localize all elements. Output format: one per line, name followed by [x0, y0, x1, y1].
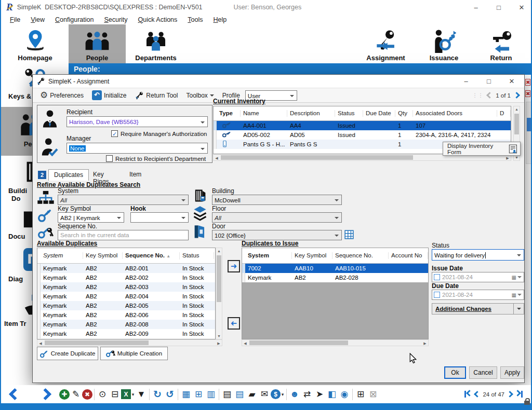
available-hscrollbar[interactable]: ◀ ▶: [37, 339, 222, 346]
remove-from-issue-button[interactable]: ➜: [228, 317, 240, 330]
table-row[interactable]: Keymark AB2 AB2-009 In Stock: [37, 329, 215, 338]
table-row[interactable]: Keymark AB2 AB2-028: [242, 273, 428, 282]
nav-people[interactable]: People: [69, 24, 126, 63]
money-dropdown-icon[interactable]: ▾: [281, 388, 285, 401]
preferences-button[interactable]: ⚙ Preferences: [37, 89, 87, 102]
dialog-close-button[interactable]: ✕: [500, 75, 523, 88]
person-key-icon[interactable]: ☻: [288, 388, 301, 401]
folder-icon[interactable]: ▰: [246, 388, 258, 401]
prev-page-button[interactable]: [10, 388, 19, 401]
additional-changes-dropdown[interactable]: Additional Changes: [432, 303, 524, 315]
nav-return[interactable]: Return: [476, 24, 526, 63]
hook-select[interactable]: [130, 212, 189, 223]
print-icon[interactable]: ⊟: [109, 388, 121, 401]
issue-date-picker-button[interactable]: ▦: [512, 275, 524, 280]
AD05-002[interactable]: AD05-002 AD05 Issued 1 2304-A, 2316-A, 2…: [214, 130, 511, 140]
tab-key-rings[interactable]: Key Rings: [88, 169, 114, 181]
history-doc-icon[interactable]: ▤: [221, 388, 233, 401]
cancel-button[interactable]: Cancel: [469, 366, 497, 379]
nav-departments[interactable]: Departments: [128, 24, 184, 63]
nav-issuance[interactable]: Issuance: [419, 24, 469, 63]
due-date-field[interactable]: 2021-08-24 ▦: [432, 290, 524, 300]
minimize-button[interactable]: –: [464, 1, 487, 14]
due-date-checkbox[interactable]: [434, 292, 440, 298]
money-icon[interactable]: $: [271, 389, 281, 399]
building-select[interactable]: McDowell: [212, 195, 342, 205]
delete-record-icon[interactable]: ✖: [82, 389, 92, 400]
grid-columns-icon[interactable]: ▥: [205, 388, 217, 401]
apply-button[interactable]: Apply: [500, 366, 524, 379]
status-select[interactable]: Waiting for delivery: [432, 249, 524, 261]
filter-icon[interactable]: ▼: [135, 388, 148, 401]
refresh-all-icon[interactable]: ↺: [164, 388, 176, 401]
menu-item[interactable]: File: [5, 16, 25, 24]
next-record-button[interactable]: [507, 391, 513, 398]
nav-assignment[interactable]: Assignment: [358, 24, 413, 63]
card-add-icon[interactable]: ⊞: [354, 388, 367, 401]
menu-item[interactable]: Help: [209, 16, 232, 24]
first-record-button[interactable]: [464, 391, 472, 398]
table-row[interactable]: Keymark AB2 AB2-001 In Stock: [37, 264, 215, 273]
multiple-creation-button[interactable]: Multiple Creation: [100, 347, 168, 360]
nav-homepage[interactable]: Homepage: [5, 24, 65, 63]
excel-dropdown-icon[interactable]: ▾: [131, 388, 135, 401]
issue-date-field[interactable]: 2021-08-24 ▦: [432, 272, 524, 282]
map-location-icon[interactable]: ◉: [338, 388, 351, 401]
card-remove-icon[interactable]: ⊠: [367, 388, 379, 401]
close-button[interactable]: ✕: [510, 1, 532, 14]
key-tools-icon[interactable]: ➤: [313, 388, 326, 401]
next-record-icon[interactable]: [513, 92, 520, 99]
available-vscrollbar[interactable]: ▲ ▼: [216, 248, 222, 339]
table-row[interactable]: Keymark AB2 AB2-004 In Stock: [37, 292, 215, 301]
mail-icon[interactable]: ✉: [258, 388, 271, 401]
prev-record-icon[interactable]: [486, 92, 493, 99]
table-row[interactable]: Keymark AB2 AB2-002 In Stock: [37, 273, 215, 282]
table-row[interactable]: Keymark AB2 AB2-003 In Stock: [37, 282, 215, 292]
floor-select[interactable]: All: [212, 212, 342, 223]
excel-export-icon[interactable]: X: [121, 389, 131, 399]
table-row[interactable]: Keymark AB2 AB2-005 In Stock: [37, 301, 215, 310]
initialize-button[interactable]: ↶ Initialize: [89, 89, 129, 101]
issue-date-checkbox[interactable]: [434, 274, 440, 280]
table-row[interactable]: Keymark AB2 AB2-008 In Stock: [37, 320, 215, 329]
door-grid-button[interactable]: [344, 230, 354, 241]
table-row[interactable]: 7002 AAB10 AAB10-015: [242, 264, 428, 273]
next-page-button[interactable]: [41, 388, 50, 401]
door-select[interactable]: 102 {Office}: [212, 230, 342, 240]
sequence-search-input[interactable]: [58, 230, 189, 240]
return-tool-button[interactable]: Return Tool: [131, 90, 181, 101]
key-transfer-icon[interactable]: ⇄: [301, 388, 313, 401]
restrict-dept-checkbox[interactable]: Restrict to Recipient's Department: [106, 155, 206, 162]
key-symbol-select[interactable]: AB2 | Keymark: [58, 212, 124, 223]
grid-edit-icon[interactable]: ▦: [180, 388, 192, 401]
toolbox-dropdown[interactable]: Toolbox: [183, 91, 217, 100]
print-preview-icon[interactable]: ⊙: [96, 388, 109, 401]
manager-select[interactable]: None: [66, 143, 208, 154]
add-to-issue-button[interactable]: ➜: [228, 260, 240, 272]
dialog-maximize-button[interactable]: □: [477, 75, 500, 88]
grid-view-icon[interactable]: ⊞: [192, 388, 205, 401]
AA4-001[interactable]: AA4-001 AA4 Issued 1 107: [214, 121, 511, 130]
menu-item[interactable]: Quick Actions: [134, 16, 182, 24]
recipient-select[interactable]: Harisson, Dave {WB5563}: [66, 116, 208, 127]
prev-record-button[interactable]: [474, 391, 481, 398]
maximize-button[interactable]: □: [487, 1, 510, 14]
add-record-icon[interactable]: ✚: [59, 389, 70, 400]
edit-record-icon[interactable]: ✎: [70, 388, 82, 401]
dialog-minimize-button[interactable]: –: [455, 75, 477, 88]
tab-duplicates[interactable]: Duplicates: [48, 169, 89, 181]
person-doc-icon[interactable]: ▤: [233, 388, 246, 401]
refresh-icon[interactable]: ↻: [151, 388, 164, 401]
menu-item[interactable]: View: [26, 16, 49, 24]
create-duplicate-button[interactable]: Create Duplicate: [37, 347, 98, 360]
menu-item[interactable]: Configuration: [50, 16, 98, 24]
menu-item[interactable]: Tools: [183, 16, 207, 24]
last-record-button[interactable]: [515, 391, 523, 398]
issue-hscrollbar[interactable]: ◀ ▶: [242, 339, 429, 346]
require-auth-checkbox[interactable]: ✓ Require Manager's Authorization: [111, 130, 207, 137]
table-row[interactable]: Keymark AB2 AB2-006 In Stock: [37, 310, 215, 320]
due-date-picker-button[interactable]: ▦: [512, 292, 524, 298]
system-select[interactable]: All: [58, 195, 189, 205]
tab-item[interactable]: Item: [124, 169, 147, 181]
ok-button[interactable]: Ok: [444, 366, 466, 379]
